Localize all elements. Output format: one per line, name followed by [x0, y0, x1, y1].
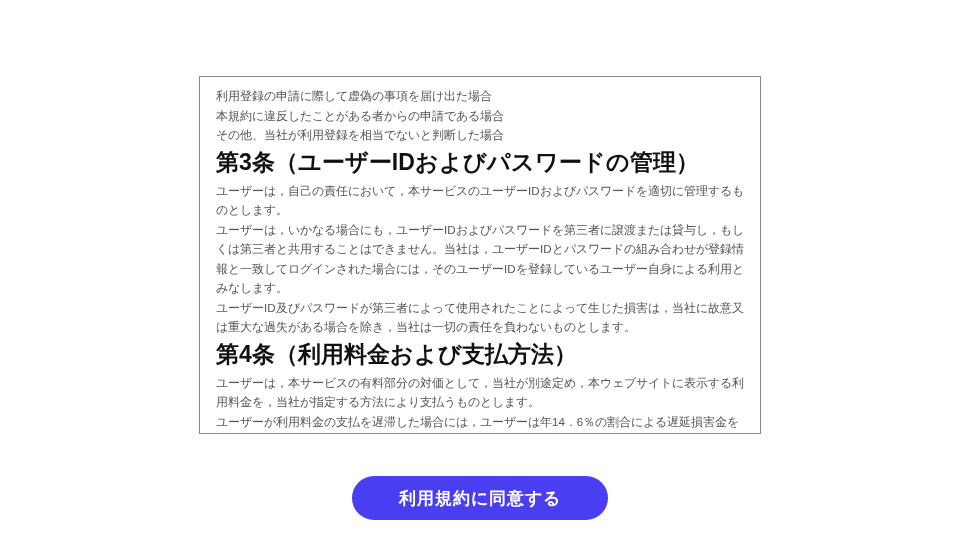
terms-heading: 第4条（利用料金および支払方法） — [216, 340, 744, 370]
terms-line: 本規約に違反したことがある者からの申請である場合 — [216, 107, 744, 127]
terms-line: ユーザーが利用料金の支払を遅滞した場合には，ユーザーは年14．6％の割合による遅… — [216, 413, 744, 434]
terms-line: 利用登録の申請に際して虚偽の事項を届け出た場合 — [216, 87, 744, 107]
terms-line: その他、当社が利用登録を相当でないと判断した場合 — [216, 126, 744, 146]
terms-line: ユーザーは，いかなる場合にも，ユーザーIDおよびパスワードを第三者に譲渡または貸… — [216, 221, 744, 299]
terms-line: ユーザーID及びパスワードが第三者によって使用されたことによって生じた損害は，当… — [216, 299, 744, 338]
terms-content: 利用登録の申請に際して虚偽の事項を届け出た場合本規約に違反したことがある者からの… — [216, 87, 744, 434]
agree-button[interactable]: 利用規約に同意する — [352, 476, 608, 520]
terms-line: ユーザーは，自己の責任において，本サービスのユーザーIDおよびパスワードを適切に… — [216, 182, 744, 221]
terms-scroll-box[interactable]: 利用登録の申請に際して虚偽の事項を届け出た場合本規約に違反したことがある者からの… — [199, 76, 761, 434]
terms-line: ユーザーは，本サービスの有料部分の対価として，当社が別途定め，本ウェブサイトに表… — [216, 374, 744, 413]
terms-heading: 第3条（ユーザーIDおよびパスワードの管理） — [216, 148, 744, 178]
